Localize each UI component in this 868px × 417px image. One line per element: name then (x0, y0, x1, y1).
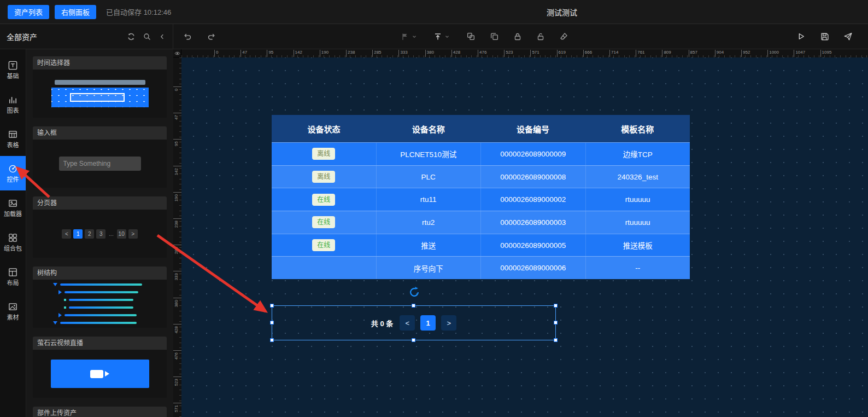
selection-handle-middle-right[interactable] (554, 321, 558, 325)
toolbar-row: 全部资产 (0, 24, 868, 49)
asset-list-button[interactable]: 资产列表 (8, 5, 49, 19)
status-badge: 离线 (312, 148, 335, 160)
save-button[interactable] (820, 32, 829, 41)
preview-page-1: 1 (73, 229, 83, 239)
asset-panel-title: 全部资产 (7, 31, 37, 42)
table-row: 在线 rtu11 0000026089000002 rtuuuuu (272, 188, 690, 211)
layout-icon (8, 267, 18, 277)
h-ruler-tick: 95 (267, 50, 273, 57)
table-row: 在线 推送 0000026089000005 推送模板 (272, 234, 690, 257)
canvas[interactable]: 设备状态 设备名称 设备编号 模板名称 离线 PLCNET510测试 00000… (181, 57, 868, 417)
tree-row (58, 291, 147, 294)
flag-marker-button[interactable] (401, 32, 417, 41)
rail-item-materials[interactable]: 素材 (0, 294, 26, 328)
control-icon (8, 164, 18, 174)
selection-handle-bottom-left[interactable] (270, 338, 274, 342)
rail-item-label: 图表 (7, 108, 19, 114)
rail-item-label: 基础 (7, 73, 19, 79)
undo-button[interactable] (183, 32, 192, 41)
tree-row (53, 283, 147, 286)
v-ruler-tick: 523 (173, 377, 181, 377)
rail-item-label: 加载器 (4, 211, 22, 217)
collapse-panel-icon[interactable] (159, 33, 166, 40)
video-thumbnail (51, 360, 149, 388)
rail-item-label: 布局 (7, 280, 19, 286)
widget-card-pagination[interactable]: 分页器 < 1 2 3 ... 10 > (33, 196, 167, 258)
caret-down-icon (53, 283, 57, 286)
redo-button[interactable] (207, 32, 216, 41)
datepicker-preview (33, 70, 167, 118)
v-ruler-tick: 476 (173, 350, 181, 351)
rail-item-label: 素材 (7, 315, 19, 321)
rail-item-charts[interactable]: 图表 (0, 87, 26, 121)
h-ruler-tick: 619 (557, 50, 566, 57)
device-code-cell: 0000026089000002 (480, 188, 585, 211)
rail-item-controls[interactable]: 控件 (0, 156, 26, 190)
pager-next-button[interactable]: > (441, 315, 456, 331)
widget-card-datepicker[interactable]: 时间选择器 (33, 56, 167, 118)
selection-handle-top-right[interactable] (554, 304, 558, 308)
lock-icon[interactable] (513, 32, 522, 41)
device-name-cell: PLCNET510测试 (376, 143, 481, 165)
group-button[interactable] (466, 32, 476, 41)
status-cell (272, 257, 376, 279)
widget-card-title: 萤石云视频直播 (33, 337, 167, 350)
component-refresh-button[interactable] (408, 286, 421, 299)
right-panel-button[interactable]: 右侧面板 (55, 5, 96, 19)
widget-card-title: 分页器 (33, 196, 167, 210)
image-loader-icon (8, 198, 18, 208)
selection-handle-top-middle[interactable] (412, 304, 415, 308)
selection-handle-bottom-middle[interactable] (412, 338, 415, 342)
pager-prev-button[interactable]: < (400, 315, 415, 331)
rail-item-layout[interactable]: 布局 (0, 259, 26, 294)
sync-assets-icon[interactable] (127, 32, 136, 41)
input-preview (33, 140, 167, 188)
v-ruler: 04795142190238285333380428476523571 (173, 57, 181, 417)
eraser-icon[interactable] (559, 32, 568, 41)
publish-send-button[interactable] (843, 32, 853, 41)
v-ruler-tick: 285 (173, 245, 181, 245)
pagination-component-selected[interactable]: 共 0 条 < 1 > (272, 305, 556, 340)
selection-handle-top-left[interactable] (270, 304, 274, 308)
tree-row (53, 321, 147, 325)
search-icon[interactable] (143, 32, 151, 41)
pager-page-1-button[interactable]: 1 (420, 315, 436, 331)
status-cell: 在线 (272, 188, 376, 211)
widget-card-clipped[interactable]: 部件上传资产 (33, 407, 167, 417)
app-root: 资产列表 右侧面板 已自动保存 10:12:46 测试测试 全部资产 (0, 0, 868, 417)
rail-item-tables[interactable]: 表格 (0, 121, 26, 156)
widget-card-title: 时间选择器 (33, 56, 167, 70)
widget-card-input[interactable]: 输入框 (33, 126, 167, 188)
device-name-cell: rtu11 (376, 188, 481, 211)
h-ruler-tick: 1047 (794, 50, 805, 57)
unlock-icon[interactable] (536, 32, 545, 41)
rail-item-label: 控件 (7, 177, 19, 183)
tree-row (64, 298, 147, 302)
rail-item-packages[interactable]: 组合包 (0, 225, 26, 259)
caret-down-icon (53, 321, 57, 325)
device-name-cell: 推送 (376, 234, 481, 257)
chevron-down-icon (412, 34, 417, 39)
status-badge: 在线 (312, 194, 335, 206)
rail-item-loaders[interactable]: 加载器 (0, 190, 26, 225)
selection-handle-middle-left[interactable] (270, 321, 274, 325)
h-ruler-tick: 904 (715, 50, 724, 57)
selection-handle-bottom-right[interactable] (554, 338, 558, 342)
rail-item-basic[interactable]: 基础 (0, 53, 26, 87)
tree-thumbnail (53, 283, 147, 325)
preview-play-button[interactable] (796, 32, 806, 41)
pagination-preview: < 1 2 3 ... 10 > (33, 210, 167, 258)
h-ruler-tick: 476 (478, 50, 486, 57)
eye-icon[interactable] (174, 50, 180, 56)
widget-card-tree[interactable]: 树结构 (33, 267, 167, 328)
tree-row (58, 314, 147, 317)
align-top-button[interactable] (433, 32, 450, 41)
device-table-component[interactable]: 设备状态 设备名称 设备编号 模板名称 离线 PLCNET510测试 00000… (272, 115, 690, 279)
widget-card-video[interactable]: 萤石云视频直播 (33, 337, 167, 398)
device-name-cell: 序号向下 (376, 257, 481, 279)
copy-button[interactable] (490, 32, 499, 41)
v-ruler-tick: 142 (173, 166, 181, 166)
image-icon (8, 302, 18, 312)
h-ruler-tick: 1095 (820, 50, 832, 57)
column-header-template: 模板名称 (585, 115, 690, 142)
